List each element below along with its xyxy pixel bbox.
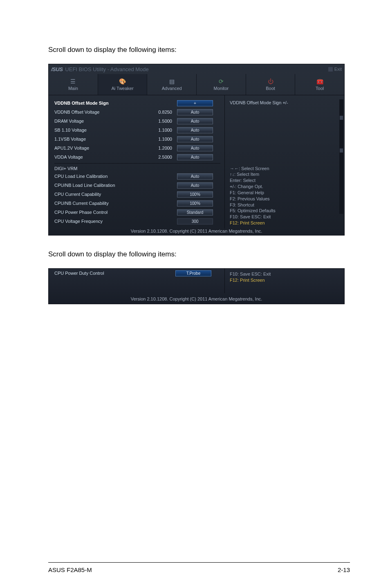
setting-row[interactable]: CPU Current Capability 100%: [54, 190, 220, 199]
setting-row[interactable]: CPU Voltage Frequency 300: [54, 217, 220, 226]
list-icon: ☰: [70, 78, 76, 85]
setting-button[interactable]: Auto: [177, 136, 213, 142]
setting-label: VDDA Voltage: [54, 155, 144, 159]
instruction-1: Scroll down to display the following ite…: [48, 46, 350, 54]
help-line: F12: Print Screen: [230, 277, 339, 283]
footer-rule: [48, 562, 350, 563]
setting-button[interactable]: 100%: [177, 200, 213, 206]
setting-label: DRAM Voltage: [54, 119, 144, 123]
setting-input[interactable]: 300: [177, 218, 213, 224]
setting-button[interactable]: +: [177, 100, 213, 106]
setting-row[interactable]: SB 1.10 Voltage 1.1000 Auto: [54, 126, 220, 135]
monitor-icon: ⟳: [219, 78, 224, 85]
setting-row[interactable]: VDDA Voltage 2.5000 Auto: [54, 153, 220, 162]
digi-vrm-header: DIGI+ VRM: [54, 166, 220, 171]
info-panel: F10: Save ESC: Exit F12: Print Screen: [224, 269, 344, 293]
setting-label: SB 1.10 Voltage: [54, 128, 144, 132]
settings-panel: CPU Power Duty Control T.Probe: [49, 269, 224, 293]
help-line: F5: Optimized Defaults: [230, 208, 339, 214]
palette-icon: 🎨: [119, 78, 126, 85]
tab-bar: ☰ Main 🎨 Ai Tweaker ▤ Advanced ⟳ Monitor…: [49, 74, 344, 95]
setting-value: 1.1000: [144, 128, 177, 132]
asus-logo: /SUS: [51, 66, 63, 72]
setting-row[interactable]: DRAM Voltage 1.5000 Auto: [54, 117, 220, 126]
tab-boot[interactable]: ⏻ Boot: [246, 74, 296, 95]
bios-window-2: CPU Power Duty Control T.Probe F10: Save…: [48, 268, 345, 304]
settings-panel: VDDNB Offset Mode Sign + VDDNB Offset Vo…: [49, 95, 224, 229]
page-number: 2-13: [338, 566, 350, 573]
setting-row[interactable]: CPU/NB Load Line Calibration Auto: [54, 181, 220, 190]
tab-main[interactable]: ☰ Main: [49, 74, 98, 95]
footer-left: ASUS F2A85-M: [48, 566, 92, 573]
tab-tool[interactable]: 🧰 Tool: [295, 74, 344, 95]
setting-row[interactable]: VDDNB Offset Mode Sign +: [54, 99, 220, 108]
bios-version-footer: Version 2.10.1208. Copyright (C) 2011 Am…: [49, 229, 344, 233]
tab-tool-label: Tool: [316, 86, 324, 91]
setting-button[interactable]: Auto: [177, 182, 213, 189]
power-icon: ⏻: [268, 78, 273, 85]
setting-value: 1.1000: [144, 137, 177, 141]
setting-button[interactable]: T.Probe: [175, 270, 211, 276]
setting-row[interactable]: CPU Load Line Calibration Auto: [54, 172, 220, 181]
setting-row[interactable]: CPU Power Phase Control Standard: [54, 208, 220, 217]
bios-titlebar: /SUS UEFI BIOS Utility - Advanced Mode E…: [49, 64, 344, 74]
help-line: +/-: Change Opt.: [230, 184, 339, 190]
separator: [54, 163, 220, 164]
setting-label: CPU/NB Load Line Calibration: [54, 183, 177, 188]
setting-value: 0.8250: [144, 110, 177, 114]
setting-row[interactable]: CPU/NB Current Capability 100%: [54, 199, 220, 208]
help-line: F3: Shortcut: [230, 202, 339, 208]
help-line: F10: Save ESC: Exit: [230, 214, 339, 220]
page-footer: ASUS F2A85-M 2-13: [48, 566, 350, 573]
setting-button[interactable]: Auto: [177, 145, 213, 151]
setting-button[interactable]: Auto: [177, 127, 213, 133]
help-line: F12: Print Screen: [230, 220, 339, 226]
bios-version-footer: Version 2.10.1208. Copyright (C) 2011 Am…: [49, 296, 344, 301]
info-panel: VDDNB Offset Mode Sign +/- →←: Select Sc…: [224, 95, 344, 229]
setting-button[interactable]: Standard: [177, 209, 213, 215]
tab-main-label: Main: [68, 86, 78, 91]
setting-button[interactable]: Auto: [177, 109, 213, 115]
setting-label: CPU Load Line Calibration: [54, 174, 177, 179]
bios-title: UEFI BIOS Utility - Advanced Mode: [65, 66, 148, 72]
setting-value: 2.5000: [144, 155, 177, 159]
setting-label: CPU/NB Current Capability: [54, 201, 177, 206]
setting-value: 1.5000: [144, 119, 177, 123]
help-line: Enter: Select: [230, 177, 339, 184]
tab-monitor-label: Monitor: [214, 86, 229, 91]
setting-label: CPU Current Capability: [54, 192, 177, 197]
setting-label: CPU Power Phase Control: [54, 210, 177, 215]
help-line: →←: Select Screen: [230, 166, 339, 172]
tab-ai-tweaker[interactable]: 🎨 Ai Tweaker: [98, 74, 148, 95]
setting-label: CPU Voltage Frequency: [54, 219, 177, 224]
exit-button[interactable]: Exit: [328, 67, 342, 72]
chip-icon: ▤: [169, 78, 175, 85]
setting-button[interactable]: 100%: [177, 191, 213, 197]
toolbox-icon: 🧰: [316, 78, 323, 85]
tab-tweaker-label: Ai Tweaker: [111, 86, 133, 91]
setting-row[interactable]: VDDNB Offset Voltage 0.8250 Auto: [54, 108, 220, 117]
setting-button[interactable]: Auto: [177, 118, 213, 124]
bios-window-1: /SUS UEFI BIOS Utility - Advanced Mode E…: [48, 64, 345, 236]
setting-label: APU1.2V Voltage: [54, 146, 144, 150]
setting-row[interactable]: APU1.2V Voltage 1.2000 Auto: [54, 144, 220, 153]
setting-row[interactable]: CPU Power Duty Control T.Probe: [49, 269, 224, 278]
help-line: F2: Previous Values: [230, 196, 339, 202]
setting-row[interactable]: 1.1VSB Voltage 1.1000 Auto: [54, 135, 220, 144]
tab-boot-label: Boot: [266, 86, 275, 91]
setting-description: VDDNB Offset Mode Sign +/-: [230, 100, 339, 105]
tab-advanced[interactable]: ▤ Advanced: [147, 74, 197, 95]
help-keys: →←: Select Screen ↑↓: Select Item Enter:…: [230, 166, 339, 226]
exit-label: Exit: [334, 67, 342, 72]
setting-label: CPU Power Duty Control: [49, 271, 175, 276]
instruction-2: Scroll down to display the following ite…: [48, 250, 350, 258]
setting-label: 1.1VSB Voltage: [54, 137, 144, 141]
help-line: F1: General Help: [230, 190, 339, 196]
tab-advanced-label: Advanced: [162, 86, 182, 91]
setting-label: VDDNB Offset Mode Sign: [54, 101, 144, 105]
setting-button[interactable]: Auto: [177, 173, 213, 180]
tab-monitor[interactable]: ⟳ Monitor: [197, 74, 246, 95]
setting-button[interactable]: Auto: [177, 154, 213, 160]
help-line: ↑↓: Select Item: [230, 171, 339, 177]
exit-icon: [328, 67, 333, 72]
